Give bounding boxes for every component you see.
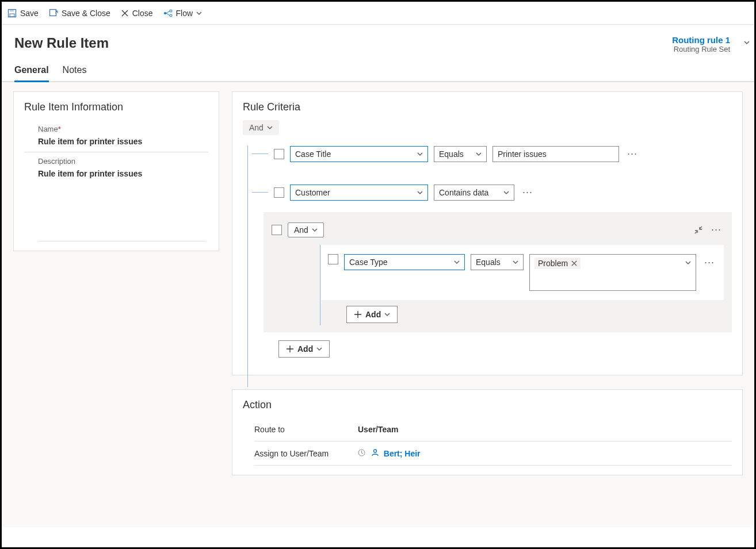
field-select[interactable]: Case Type xyxy=(344,254,465,270)
collapse-icon[interactable] xyxy=(694,225,703,235)
save-close-button[interactable]: Save & Close xyxy=(49,9,110,18)
field-value: Case Type xyxy=(349,258,388,267)
spacer xyxy=(38,184,206,241)
svg-rect-2 xyxy=(10,14,14,17)
field-select[interactable]: Customer xyxy=(290,185,428,201)
operator-select[interactable]: Equals xyxy=(471,254,524,270)
chevron-down-icon xyxy=(454,259,460,265)
field-value: Customer xyxy=(295,188,330,197)
rule-item-info-section: Rule Item Information Name* Rule item fo… xyxy=(13,91,219,251)
group-more-menu[interactable]: ··· xyxy=(709,221,724,238)
close-icon xyxy=(121,9,129,17)
operator-value: Equals xyxy=(439,149,464,159)
operator-select[interactable]: Equals xyxy=(434,146,487,162)
section-title: Rule Item Information xyxy=(24,101,208,113)
command-bar: Save Save & Close Close Flow xyxy=(2,2,754,25)
description-field[interactable]: Description Rule item for printer issues xyxy=(24,152,208,184)
condition-row: Case Title Equals Printer issues ··· xyxy=(252,145,732,162)
group-checkbox[interactable] xyxy=(272,225,282,235)
field-select[interactable]: Case Title xyxy=(290,146,428,162)
name-label: Name* xyxy=(38,125,208,133)
plus-icon xyxy=(354,310,362,318)
value-lookup[interactable]: Problem xyxy=(529,254,696,291)
nested-operator-select[interactable]: And xyxy=(288,222,324,237)
parent-record-link[interactable]: Routing rule 1 xyxy=(672,35,730,45)
close-button[interactable]: Close xyxy=(121,9,153,18)
chevron-down-icon xyxy=(476,151,482,157)
chevron-down-icon xyxy=(685,260,691,266)
close-label: Close xyxy=(132,9,153,18)
person-icon xyxy=(371,448,379,456)
row-checkbox[interactable] xyxy=(274,149,284,159)
chevron-down-icon xyxy=(312,227,318,233)
add-label: Add xyxy=(297,344,313,354)
condition-row: Customer Contains data ··· xyxy=(252,184,732,201)
operator-select[interactable]: Contains data xyxy=(434,185,514,201)
operator-value: Equals xyxy=(476,258,501,267)
row-more-menu[interactable]: ··· xyxy=(520,184,535,201)
tab-general[interactable]: General xyxy=(14,65,49,81)
nested-operator-label: And xyxy=(294,225,308,235)
nested-add-button[interactable]: Add xyxy=(346,306,398,323)
save-button[interactable]: Save xyxy=(7,9,39,18)
name-value[interactable]: Rule item for printer issues xyxy=(38,137,208,146)
chevron-down-icon[interactable] xyxy=(744,40,750,45)
save-label: Save xyxy=(20,9,39,18)
chevron-down-icon xyxy=(316,346,322,352)
svg-rect-3 xyxy=(49,9,56,16)
row-checkbox[interactable] xyxy=(328,254,338,264)
page-title: New Rule Item xyxy=(14,35,109,51)
chevron-down-icon xyxy=(384,312,390,317)
parent-record-type: Routing Rule Set xyxy=(672,45,730,53)
operator-value: Contains data xyxy=(439,188,488,197)
remove-tag-icon[interactable] xyxy=(571,260,577,266)
tab-notes[interactable]: Notes xyxy=(63,65,87,81)
route-to-value[interactable]: User/Team xyxy=(358,425,399,434)
description-value[interactable]: Rule item for printer issues xyxy=(38,169,208,178)
assign-link[interactable]: Bert; Heir xyxy=(384,449,421,458)
value-text: Printer issues xyxy=(498,149,547,159)
chevron-down-icon xyxy=(267,125,273,130)
svg-point-6 xyxy=(170,14,172,17)
save-close-label: Save & Close xyxy=(62,9,110,18)
row-checkbox[interactable] xyxy=(274,187,284,198)
route-to-label: Route to xyxy=(254,425,358,434)
add-label: Add xyxy=(365,310,381,319)
nested-condition-row: Case Type Equals Problem xyxy=(321,245,724,300)
svg-point-8 xyxy=(373,450,376,452)
root-operator-label: And xyxy=(249,123,264,132)
chevron-down-icon xyxy=(196,10,202,16)
flow-icon xyxy=(163,9,173,18)
field-value: Case Title xyxy=(295,149,331,159)
value-input[interactable]: Printer issues xyxy=(492,146,619,162)
tag-text: Problem xyxy=(538,259,568,268)
plus-icon xyxy=(286,345,294,353)
assign-value[interactable]: Bert; Heir xyxy=(358,448,421,458)
save-close-icon xyxy=(49,9,58,18)
nested-group: And ··· xyxy=(264,212,732,332)
row-more-menu[interactable]: ··· xyxy=(702,254,717,271)
chevron-down-icon xyxy=(513,259,518,265)
flow-label: Flow xyxy=(176,9,193,18)
flow-button[interactable]: Flow xyxy=(163,9,203,18)
description-label: Description xyxy=(38,157,208,166)
tabs: General Notes xyxy=(2,53,754,82)
route-to-field[interactable]: Route to User/Team xyxy=(254,418,732,441)
tree-branch xyxy=(252,192,268,193)
action-section: Action Route to User/Team Assign to User… xyxy=(232,389,743,475)
root-operator-select[interactable]: And xyxy=(243,120,279,135)
section-title: Action xyxy=(243,399,732,411)
value-tag[interactable]: Problem xyxy=(534,258,581,269)
chevron-down-icon xyxy=(417,190,423,195)
svg-point-4 xyxy=(164,12,166,14)
name-field[interactable]: Name* Rule item for printer issues xyxy=(24,120,208,152)
assign-label: Assign to User/Team xyxy=(254,449,358,458)
page-header: New Rule Item Routing rule 1 Routing Rul… xyxy=(2,25,754,53)
tree-branch xyxy=(252,153,268,154)
add-button[interactable]: Add xyxy=(278,340,330,358)
svg-rect-1 xyxy=(10,9,14,11)
rule-criteria-section: Rule Criteria And Case Title xyxy=(232,91,743,375)
row-more-menu[interactable]: ··· xyxy=(625,145,640,162)
assign-field[interactable]: Assign to User/Team Bert; Heir xyxy=(254,441,732,466)
record-context[interactable]: Routing rule 1 Routing Rule Set xyxy=(672,35,742,53)
